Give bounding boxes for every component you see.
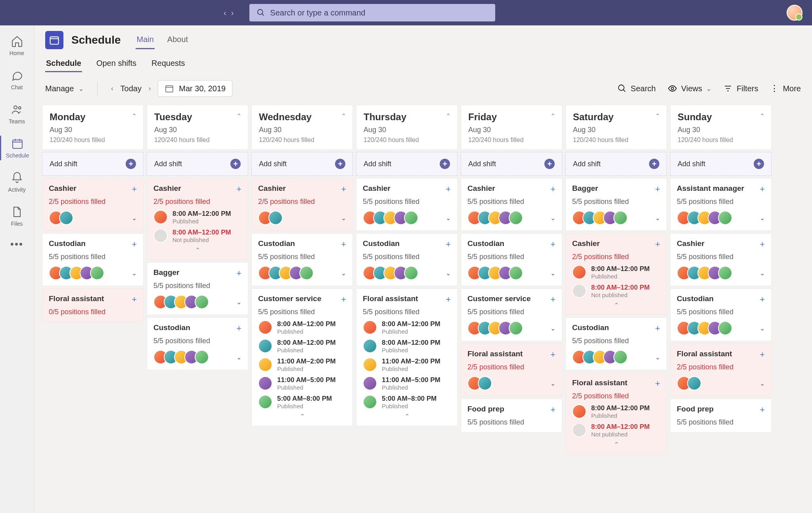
collapse-day-icon[interactable]: ⌃ <box>760 112 765 120</box>
global-search[interactable]: Search or type a command <box>249 4 495 21</box>
collapse-day-icon[interactable]: ⌃ <box>132 112 137 120</box>
expand-card-icon[interactable]: ⌄ <box>550 325 555 332</box>
card-add-icon[interactable]: + <box>655 379 660 389</box>
add-shift-button[interactable]: Add shift + <box>565 152 667 176</box>
subtab-open-shifts[interactable]: Open shifts <box>96 56 137 72</box>
expand-card-icon[interactable]: ⌄ <box>550 214 555 222</box>
card-collapse-icon[interactable]: ⌃ <box>153 246 241 254</box>
app-tab-main[interactable]: Main <box>136 31 154 49</box>
card-add-icon[interactable]: + <box>446 184 451 194</box>
card-add-icon[interactable]: + <box>132 184 137 194</box>
shift-entry[interactable]: 8:00 AM–12:00 PM Not published <box>572 284 660 298</box>
card-collapse-icon[interactable]: ⌃ <box>572 441 660 448</box>
subtab-schedule[interactable]: Schedule <box>45 56 82 72</box>
shift-entry[interactable]: 8:00 AM–12:00 PM Published <box>153 210 241 225</box>
shift-entry[interactable]: 8:00 AM–12:00 PM Not published <box>153 229 241 243</box>
expand-card-icon[interactable]: ⌄ <box>760 269 765 277</box>
expand-card-icon[interactable]: ⌄ <box>760 325 765 332</box>
rail-more[interactable]: ••• <box>10 238 23 250</box>
shift-entry[interactable]: 8:00 AM–12:00 PM Published <box>572 265 660 280</box>
shift-entry[interactable]: 11:00 AM–2:00 PM Published <box>363 357 451 372</box>
shift-entry[interactable]: 8:00 AM–12:00 PM Not published <box>572 423 660 438</box>
add-shift-button[interactable]: Add shift + <box>670 152 772 176</box>
card-add-icon[interactable]: + <box>655 323 660 334</box>
rail-teams[interactable]: Teams <box>0 102 34 126</box>
nav-back-icon[interactable]: ‹ <box>224 8 226 17</box>
add-shift-button[interactable]: Add shift + <box>461 152 562 176</box>
nav-forward-icon[interactable]: › <box>231 8 234 17</box>
collapse-day-icon[interactable]: ⌃ <box>236 112 241 120</box>
expand-card-icon[interactable]: ⌄ <box>760 380 765 387</box>
add-shift-button[interactable]: Add shift + <box>42 152 144 176</box>
expand-card-icon[interactable]: ⌄ <box>446 214 451 222</box>
card-collapse-icon[interactable]: ⌃ <box>572 302 660 309</box>
card-add-icon[interactable]: + <box>760 350 765 360</box>
collapse-day-icon[interactable]: ⌃ <box>550 112 555 120</box>
card-add-icon[interactable]: + <box>341 184 346 194</box>
card-add-icon[interactable]: + <box>655 239 660 250</box>
subtab-requests[interactable]: Requests <box>151 56 186 72</box>
rail-home[interactable]: Home <box>0 33 34 58</box>
expand-card-icon[interactable]: ⌄ <box>760 214 765 222</box>
add-shift-button[interactable]: Add shift + <box>356 152 458 176</box>
shift-entry[interactable]: 8:00 AM–12:00 PM Published <box>363 339 451 354</box>
expand-card-icon[interactable]: ⌄ <box>446 269 451 277</box>
card-add-icon[interactable]: + <box>760 405 765 415</box>
card-add-icon[interactable]: + <box>132 239 137 250</box>
card-add-icon[interactable]: + <box>341 294 346 305</box>
card-add-icon[interactable]: + <box>550 405 555 415</box>
expand-card-icon[interactable]: ⌄ <box>655 214 660 222</box>
toolbar-search[interactable]: Search <box>617 84 656 93</box>
expand-card-icon[interactable]: ⌄ <box>236 354 241 361</box>
card-add-icon[interactable]: + <box>760 239 765 250</box>
add-shift-button[interactable]: Add shift + <box>251 152 353 176</box>
rail-activity[interactable]: Activity <box>0 170 34 194</box>
expand-card-icon[interactable]: ⌄ <box>236 298 241 306</box>
shift-entry[interactable]: 8:00 AM–12:00 PM Published <box>572 404 660 419</box>
manage-dropdown[interactable]: Manage ⌄ <box>45 84 84 93</box>
shift-entry[interactable]: 8:00 AM–12:00 PM Published <box>363 320 451 335</box>
user-avatar[interactable] <box>787 5 802 21</box>
collapse-day-icon[interactable]: ⌃ <box>446 112 451 120</box>
card-add-icon[interactable]: + <box>550 184 555 194</box>
card-add-icon[interactable]: + <box>236 268 241 279</box>
card-add-icon[interactable]: + <box>236 323 241 334</box>
expand-card-icon[interactable]: ⌄ <box>341 269 346 277</box>
expand-card-icon[interactable]: ⌄ <box>655 354 660 361</box>
date-picker[interactable]: Mar 30, 2019 <box>158 80 232 97</box>
collapse-day-icon[interactable]: ⌃ <box>341 112 346 120</box>
card-collapse-icon[interactable]: ⌃ <box>258 413 346 420</box>
card-add-icon[interactable]: + <box>760 184 765 194</box>
expand-card-icon[interactable]: ⌄ <box>550 380 555 387</box>
rail-chat[interactable]: Chat <box>0 67 34 92</box>
card-add-icon[interactable]: + <box>236 184 241 194</box>
shift-entry[interactable]: 5:00 AM–8:00 PM Published <box>258 395 346 409</box>
card-add-icon[interactable]: + <box>760 294 765 305</box>
date-prev-icon[interactable]: ‹ <box>111 85 113 92</box>
expand-card-icon[interactable]: ⌄ <box>550 269 555 277</box>
card-add-icon[interactable]: + <box>655 184 660 194</box>
today-button[interactable]: Today <box>121 84 142 93</box>
date-next-icon[interactable]: › <box>149 85 151 92</box>
shift-entry[interactable]: 8:00 AM–12:00 PM Published <box>258 339 346 354</box>
toolbar-filters[interactable]: Filters <box>723 84 758 93</box>
expand-card-icon[interactable]: ⌄ <box>132 214 137 222</box>
rail-schedule[interactable]: Schedule <box>0 136 34 160</box>
shift-entry[interactable]: 5:00 AM–8:00 PM Published <box>363 395 451 409</box>
card-collapse-icon[interactable]: ⌃ <box>363 413 451 420</box>
expand-card-icon[interactable]: ⌄ <box>341 214 346 222</box>
collapse-day-icon[interactable]: ⌃ <box>655 112 660 120</box>
card-add-icon[interactable]: + <box>341 239 346 250</box>
toolbar-more[interactable]: ⋮ More <box>770 83 801 94</box>
shift-entry[interactable]: 11:00 AM–5:00 PM Published <box>258 376 346 391</box>
card-add-icon[interactable]: + <box>550 239 555 250</box>
shift-entry[interactable]: 8:00 AM–12:00 PM Published <box>258 320 346 335</box>
expand-card-icon[interactable]: ⌄ <box>132 269 137 277</box>
card-add-icon[interactable]: + <box>446 239 451 250</box>
card-add-icon[interactable]: + <box>550 350 555 360</box>
add-shift-button[interactable]: Add shift + <box>147 152 248 176</box>
rail-files[interactable]: Files <box>0 204 34 229</box>
toolbar-views[interactable]: Views ⌄ <box>668 84 711 93</box>
app-tab-about[interactable]: About <box>167 31 189 49</box>
card-add-icon[interactable]: + <box>550 294 555 305</box>
